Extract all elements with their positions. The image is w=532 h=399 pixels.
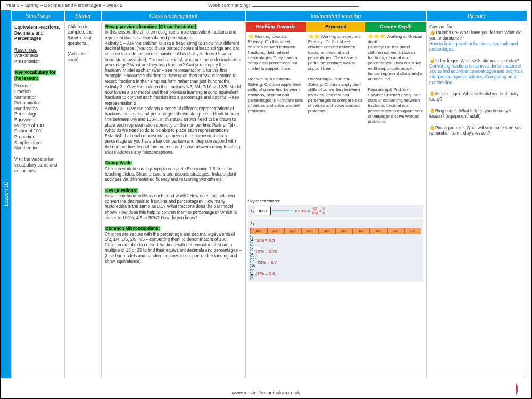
index-finger-icon: ☝️ <box>429 58 435 63</box>
starter-text: Children to complete the fluent in four … <box>68 24 98 46</box>
vocab-heading: Key vocabulary for the lesson: <box>14 70 56 81</box>
reps-title: Representations: <box>248 198 423 204</box>
header-week: Week commencing: <box>208 3 421 8</box>
page-header: Year 5 – Spring – Decimals and Percentag… <box>1 1 531 10</box>
visit-website: Visit the website for vocabulary cards a… <box>14 156 61 173</box>
resources-list: Worksheets Presentation <box>14 53 61 64</box>
footer-url: www.masterthecurriculum.co.uk <box>1 390 531 395</box>
week-blank-line <box>252 6 359 7</box>
starter-cell: Children to complete the fluent in four … <box>64 22 102 378</box>
kq-heading: Key Questions: <box>105 188 138 193</box>
decimal-box: 0.60 <box>255 207 271 215</box>
small-step-cell: Equivalent Fractions, Decimals and Perce… <box>11 22 64 378</box>
col-small-step: Small step <box>11 10 64 22</box>
lesson-plan-page: Year 5 – Spring – Decimals and Percentag… <box>0 0 532 399</box>
cm-heading: Common Misconceptions: <box>105 226 160 231</box>
wt-column: ⭐ Working towards: Fluency: On this shee… <box>246 32 306 197</box>
plenary-cell: Give me five: 👍Thumbs up- What have you … <box>426 22 527 378</box>
col-starter: Starter <box>64 10 102 22</box>
ex-column: ⭐⭐ Working at expected: Fluency: On this… <box>306 32 366 197</box>
planning-table: Lesson 10 Small step Starter Class teach… <box>1 10 531 378</box>
pinkie-icon: 🤙 <box>429 125 435 130</box>
planning-grid: Small step Starter Class teaching input … <box>11 10 531 378</box>
col-teaching: Class teaching input <box>102 10 245 22</box>
indep-columns: ⭐ Working towards: Fluency: On this shee… <box>246 32 426 197</box>
level-greater-depth: Greater Depth <box>365 22 426 32</box>
recap-body: In this lesson, the children recognise s… <box>105 30 242 155</box>
rep-2: 2) 10%10%10%10%10%10%10%10%10%10% 12 50%… <box>248 219 423 282</box>
recap-heading: Recap previous learning: (Q1 on the star… <box>105 24 197 29</box>
resources-heading: Resources: <box>14 47 61 53</box>
star-icon: ⭐⭐⭐ <box>368 34 385 39</box>
bead-string-icon: ━━━━━━━━ <box>272 209 294 213</box>
star-icon: ⭐ <box>248 34 254 39</box>
thumbs-up-icon: 👍 <box>429 30 435 35</box>
vocab-list: Decimal Fraction Numerator Denominator H… <box>14 83 61 151</box>
step-title: Equivalent Fractions, Decimals and Perce… <box>14 24 61 41</box>
middle-finger-icon: ✋ <box>429 91 435 96</box>
group-heading: Group Work: <box>105 161 132 165</box>
header-title: Year 5 – Spring – Decimals and Percentag… <box>6 3 208 8</box>
brand-logo <box>511 381 522 396</box>
cm-body: Children are secure with the percentage … <box>105 232 242 265</box>
representations: Representations: 1) 0.60 ━━━━━━━━ = 60% … <box>246 197 426 285</box>
gd-column: ⭐⭐⭐ Working at Greater depth: Fluency: O… <box>365 32 426 197</box>
percentage-bar: 10%10%10%10%10%10%10%10%10%10% <box>250 228 421 234</box>
group-body: Children work in small groups to complet… <box>105 167 242 183</box>
col-plenary: Plenary <box>426 10 527 22</box>
independent-cell: Working Towards Expected Greater Depth ⭐… <box>245 22 426 378</box>
rep-1: 1) 0.60 ━━━━━━━━ = 60% = 60100 = 35 <box>248 205 423 218</box>
lesson-number-tab: Lesson 10 <box>1 10 11 378</box>
teaching-cell: Recap previous learning: (Q1 on the star… <box>102 22 245 378</box>
level-working-towards: Working Towards <box>246 22 306 32</box>
starter-note: (Available soon) <box>68 52 98 63</box>
ring-finger-icon: 🤚 <box>429 108 435 113</box>
star-icon: ⭐⭐ <box>308 34 320 39</box>
plenary-intro: Give me five: <box>429 24 524 30</box>
kq-body: How many hundredths is each bead worth? … <box>105 194 242 221</box>
col-independent: Independent learning <box>245 10 426 22</box>
indep-level-headers: Working Towards Expected Greater Depth <box>246 22 426 32</box>
level-expected: Expected <box>306 22 366 32</box>
